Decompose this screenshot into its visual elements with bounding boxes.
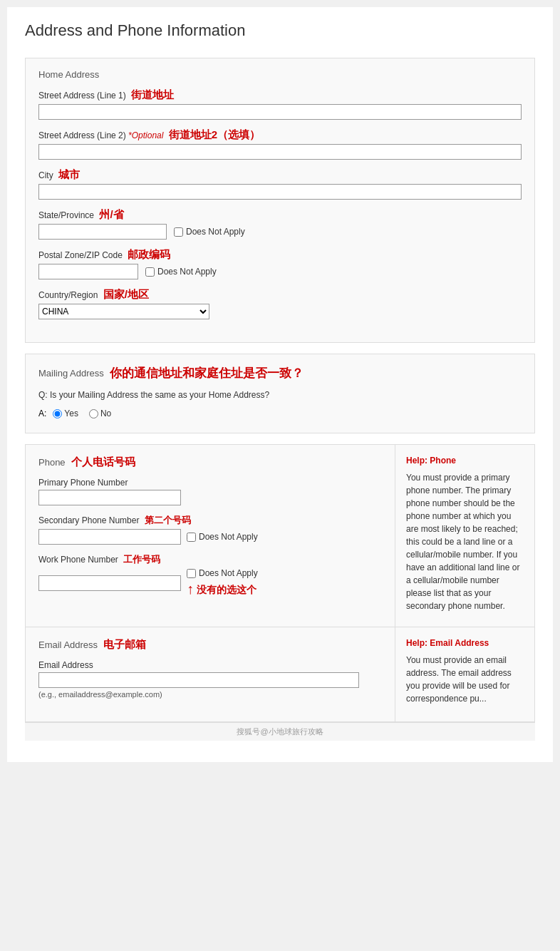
email-section-title: Email Address bbox=[38, 639, 98, 650]
mailing-question: Q: Is your Mailing Address the same as y… bbox=[38, 389, 522, 401]
work-annotation: 工作号码 bbox=[123, 554, 160, 565]
primary-phone-input[interactable] bbox=[38, 490, 181, 505]
email-section-right: Help: Email Address You must provide an … bbox=[395, 627, 535, 722]
email-section-left: Email Address 电子邮箱 Email Address (e.g., … bbox=[25, 627, 395, 722]
state-input[interactable] bbox=[38, 224, 167, 240]
mailing-annotation: 你的通信地址和家庭住址是否一致？ bbox=[110, 365, 304, 381]
secondary-phone-field: Secondary Phone Number 第二个号码 Does Not Ap… bbox=[38, 514, 382, 545]
page-title: Address and Phone Information bbox=[25, 21, 535, 40]
work-phone-row: Does Not Apply ↑ 没有的选这个 bbox=[38, 568, 382, 597]
work-does-not-apply-checkbox[interactable] bbox=[187, 569, 196, 578]
city-annotation: 城市 bbox=[58, 168, 80, 180]
street2-input[interactable] bbox=[38, 144, 522, 160]
zip-input[interactable] bbox=[38, 264, 138, 279]
secondary-phone-label: Secondary Phone Number 第二个号码 bbox=[38, 514, 382, 527]
phone-annotation: 个人电话号码 bbox=[71, 456, 135, 469]
yes-option[interactable]: Yes bbox=[53, 408, 78, 418]
country-label: Country/Region 国家/地区 bbox=[38, 288, 522, 302]
work-phone-label: Work Phone Number 工作号码 bbox=[38, 553, 382, 566]
street1-input[interactable] bbox=[38, 104, 522, 120]
phone-help-title: Help: Phone bbox=[406, 456, 524, 466]
phone-section-wrapper: Phone 个人电话号码 Primary Phone Number Second… bbox=[25, 444, 535, 627]
mailing-answer: A: Yes No bbox=[38, 408, 522, 418]
work-phone-field: Work Phone Number 工作号码 Does Not Apply ↑ … bbox=[38, 553, 382, 597]
state-field: State/Province 州/省 Does Not Apply bbox=[38, 208, 522, 240]
no-radio[interactable] bbox=[89, 409, 98, 418]
primary-phone-label: Primary Phone Number bbox=[38, 478, 382, 488]
zip-does-not-apply-row: Does Not Apply bbox=[145, 267, 217, 277]
street2-field: Street Address (Line 2) *Optional 街道地址2（… bbox=[38, 128, 522, 160]
country-annotation: 国家/地区 bbox=[103, 288, 149, 300]
zip-label: Postal Zone/ZIP Code 邮政编码 bbox=[38, 248, 522, 262]
state-does-not-apply-row: Does Not Apply bbox=[174, 227, 245, 237]
email-field: Email Address (e.g., emailaddress@exampl… bbox=[38, 660, 382, 699]
home-address-section: Home Address Street Address (Line 1) 街道地… bbox=[25, 58, 535, 343]
email-annotation: 电子邮箱 bbox=[103, 638, 146, 652]
phone-section-right: Help: Phone You must provide a primary p… bbox=[395, 444, 535, 627]
email-section-wrapper: Email Address 电子邮箱 Email Address (e.g., … bbox=[25, 627, 535, 722]
secondary-annotation: 第二个号码 bbox=[145, 515, 191, 525]
country-select[interactable]: CHINA USA OTHER bbox=[38, 304, 209, 319]
street1-label: Street Address (Line 1) 街道地址 bbox=[38, 88, 522, 102]
home-address-title: Home Address bbox=[38, 69, 522, 80]
street2-annotation: 街道地址2（选填） bbox=[169, 128, 260, 140]
yes-radio[interactable] bbox=[53, 409, 62, 418]
phone-help-text: You must provide a primary phone number.… bbox=[406, 471, 524, 612]
phone-section-title: Phone bbox=[38, 457, 66, 468]
state-annotation: 州/省 bbox=[99, 208, 123, 220]
city-field: City 城市 bbox=[38, 168, 522, 200]
email-help-text: You must provide an email address. The e… bbox=[406, 654, 524, 705]
secondary-does-not-apply-checkbox[interactable] bbox=[187, 533, 196, 542]
state-does-not-apply-checkbox[interactable] bbox=[174, 227, 183, 237]
zip-field: Postal Zone/ZIP Code 邮政编码 Does Not Apply bbox=[38, 248, 522, 279]
country-field: Country/Region 国家/地区 CHINA USA OTHER bbox=[38, 288, 522, 319]
secondary-phone-row: Does Not Apply bbox=[38, 529, 382, 545]
work-does-not-apply: Does Not Apply bbox=[187, 568, 258, 578]
arrow-icon: ↑ bbox=[187, 581, 194, 597]
state-row: Does Not Apply bbox=[38, 224, 522, 240]
street1-annotation: 街道地址 bbox=[131, 88, 174, 101]
watermark: 搜狐号@小地球旅行攻略 bbox=[25, 722, 535, 741]
secondary-phone-input[interactable] bbox=[38, 529, 181, 545]
zip-annotation: 邮政编码 bbox=[128, 248, 170, 260]
no-select-note: 没有的选这个 bbox=[197, 584, 256, 597]
email-hint: (e.g., emailaddress@example.com) bbox=[38, 690, 382, 699]
city-label: City 城市 bbox=[38, 168, 522, 182]
email-input[interactable] bbox=[38, 672, 359, 688]
phone-section-left: Phone 个人电话号码 Primary Phone Number Second… bbox=[25, 444, 395, 627]
email-help-title: Help: Email Address bbox=[406, 638, 524, 648]
work-phone-input[interactable] bbox=[38, 575, 181, 591]
street2-label: Street Address (Line 2) *Optional 街道地址2（… bbox=[38, 128, 522, 142]
email-label: Email Address bbox=[38, 660, 382, 670]
zip-does-not-apply-checkbox[interactable] bbox=[145, 267, 155, 277]
page-container: Address and Phone Information Home Addre… bbox=[7, 7, 553, 762]
primary-phone-field: Primary Phone Number bbox=[38, 478, 382, 505]
mailing-section-title: Mailing Address bbox=[38, 368, 104, 379]
state-label: State/Province 州/省 bbox=[38, 208, 522, 222]
mailing-address-section: Mailing Address 你的通信地址和家庭住址是否一致？ Q: Is y… bbox=[25, 354, 535, 433]
secondary-does-not-apply: Does Not Apply bbox=[187, 532, 258, 542]
zip-row: Does Not Apply bbox=[38, 264, 522, 279]
no-option[interactable]: No bbox=[89, 408, 111, 418]
street1-field: Street Address (Line 1) 街道地址 bbox=[38, 88, 522, 120]
city-input[interactable] bbox=[38, 184, 522, 200]
